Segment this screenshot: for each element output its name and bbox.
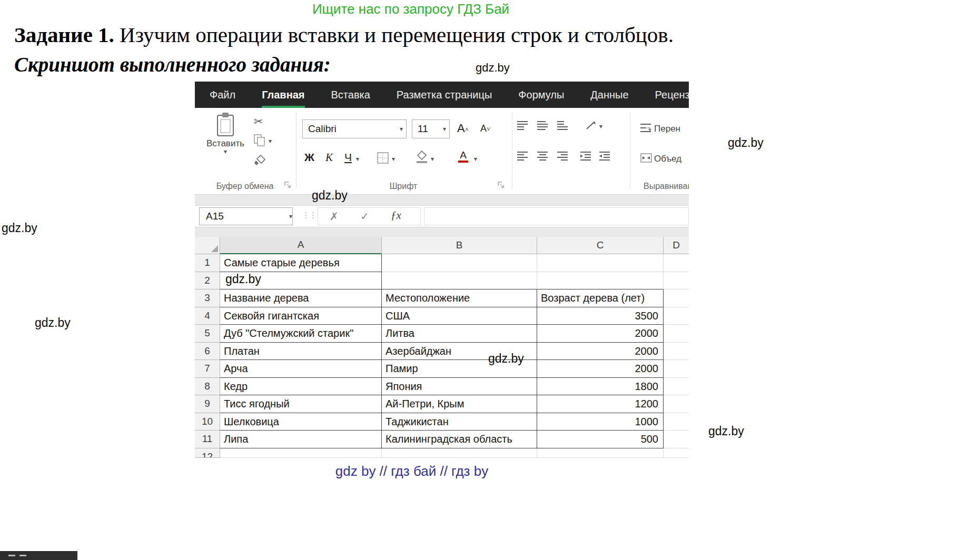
column-header-b[interactable]: B xyxy=(382,237,537,254)
insert-function-icon[interactable]: ƒx xyxy=(391,209,401,222)
cell-d2[interactable] xyxy=(664,272,689,290)
cell-d1[interactable] xyxy=(664,254,689,272)
merge-center-label[interactable]: Объед xyxy=(654,154,681,164)
bold-button[interactable]: Ж xyxy=(304,151,314,164)
font-color-button[interactable]: А xyxy=(458,150,468,163)
cell-a3[interactable]: Название дерева xyxy=(220,289,382,307)
cell-b4[interactable]: США xyxy=(382,307,537,325)
column-header-a[interactable]: A xyxy=(220,237,382,254)
shrink-font-button[interactable]: А˅ xyxy=(480,123,490,134)
cell-c6[interactable]: 2000 xyxy=(537,343,664,361)
row-header[interactable]: 3 xyxy=(195,289,220,307)
cell-c10[interactable]: 1000 xyxy=(537,413,664,431)
cell-b10[interactable]: Таджикистан xyxy=(382,413,537,431)
row-header[interactable]: 9 xyxy=(195,395,220,413)
align-middle-button[interactable] xyxy=(537,121,550,131)
row-header[interactable]: 6 xyxy=(195,343,220,361)
cell-c3[interactable]: Возраст дерева (лет) xyxy=(537,289,664,307)
cell-a5[interactable]: Дуб "Стелмужский старик" xyxy=(220,325,382,343)
format-painter-button[interactable] xyxy=(254,154,266,167)
row-header[interactable]: 11 xyxy=(195,431,220,448)
borders-dropdown-icon[interactable]: ▾ xyxy=(392,156,395,162)
cancel-icon[interactable]: ✗ xyxy=(330,210,339,223)
formula-input[interactable] xyxy=(424,207,689,225)
cell-a12[interactable] xyxy=(220,448,382,458)
cell-b11[interactable]: Калининградская область xyxy=(382,431,537,448)
cell-c1[interactable] xyxy=(537,254,664,272)
cell-c11[interactable]: 500 xyxy=(537,431,664,448)
fill-color-dropdown-icon[interactable]: ▾ xyxy=(431,156,434,162)
cell-d3[interactable] xyxy=(664,289,689,307)
tab-home[interactable]: Главная xyxy=(262,82,304,108)
row-header[interactable]: 7 xyxy=(195,360,220,378)
cell-b9[interactable]: Ай-Петри, Крым xyxy=(382,395,537,413)
cell-b1[interactable] xyxy=(382,254,537,272)
cell-d4[interactable] xyxy=(664,307,689,325)
align-left-button[interactable] xyxy=(517,151,530,162)
decrease-indent-button[interactable] xyxy=(580,151,593,162)
align-bottom-button[interactable] xyxy=(557,121,570,131)
underline-dropdown-icon[interactable]: ▾ xyxy=(356,156,359,162)
cell-c8[interactable]: 1800 xyxy=(537,378,664,396)
cell-d8[interactable] xyxy=(664,378,689,396)
cell-c2[interactable] xyxy=(537,272,664,290)
column-header-d[interactable]: D xyxy=(664,237,689,254)
cell-c12[interactable] xyxy=(537,448,664,458)
font-dialog-launcher-icon[interactable] xyxy=(498,182,505,188)
cell-b2[interactable] xyxy=(382,272,537,290)
merge-center-button[interactable] xyxy=(640,153,652,163)
copy-dropdown-icon[interactable]: ▾ xyxy=(269,138,272,144)
cell-c7[interactable]: 2000 xyxy=(537,360,664,378)
row-header[interactable]: 12 xyxy=(195,448,220,458)
italic-button[interactable]: К xyxy=(325,151,333,164)
cell-a7[interactable]: Арча xyxy=(220,360,382,378)
cell-d5[interactable] xyxy=(664,325,689,343)
paste-button[interactable]: Вставить ▾ xyxy=(204,112,246,179)
fill-color-button[interactable] xyxy=(416,150,428,164)
cell-b5[interactable]: Литва xyxy=(382,325,537,343)
cell-a9[interactable]: Тисс ягодный xyxy=(220,395,382,413)
orientation-dropdown-icon[interactable]: ▾ xyxy=(599,124,602,129)
copy-button[interactable] xyxy=(254,134,265,147)
enter-icon[interactable]: ✓ xyxy=(360,210,369,223)
row-header[interactable]: 5 xyxy=(195,325,220,343)
row-header[interactable]: 4 xyxy=(195,307,220,325)
cell-d9[interactable] xyxy=(664,395,689,413)
borders-button[interactable] xyxy=(377,152,389,164)
increase-indent-button[interactable] xyxy=(599,151,612,162)
tab-formulas[interactable]: Формулы xyxy=(518,82,564,108)
cell-a1[interactable]: Самые старые деревья xyxy=(220,254,382,272)
name-box[interactable]: A15 ▾ xyxy=(199,207,293,225)
align-center-button[interactable] xyxy=(537,151,550,162)
cell-d12[interactable] xyxy=(664,448,689,458)
cell-b12[interactable] xyxy=(382,448,537,458)
grow-font-button[interactable]: А˄ xyxy=(457,122,469,135)
cell-b8[interactable]: Япония xyxy=(382,378,537,396)
row-header[interactable]: 10 xyxy=(195,413,220,431)
cell-c5[interactable]: 2000 xyxy=(537,325,664,343)
cell-a10[interactable]: Шелковица xyxy=(220,413,382,431)
cell-a6[interactable]: Платан xyxy=(220,343,382,361)
cell-a4[interactable]: Секвойя гигантская xyxy=(220,307,382,325)
cell-c9[interactable]: 1200 xyxy=(537,395,664,413)
cell-d6[interactable] xyxy=(664,343,689,361)
row-header[interactable]: 2 xyxy=(195,272,220,290)
tab-insert[interactable]: Вставка xyxy=(331,82,370,108)
select-all-corner[interactable] xyxy=(195,237,220,254)
cell-b3[interactable]: Местоположение xyxy=(382,289,537,307)
row-header[interactable]: 8 xyxy=(195,378,220,396)
tab-data[interactable]: Данные xyxy=(590,82,628,108)
font-name-combo[interactable]: Calibri ▾ xyxy=(302,119,407,138)
wrap-text-label[interactable]: Перен xyxy=(654,124,680,134)
cut-button[interactable]: ✂ xyxy=(254,115,263,128)
cell-d7[interactable] xyxy=(664,360,689,378)
font-color-dropdown-icon[interactable]: ▾ xyxy=(474,156,477,162)
tab-page-layout[interactable]: Разметка страницы xyxy=(397,82,492,108)
cell-d10[interactable] xyxy=(664,413,689,431)
align-top-button[interactable] xyxy=(517,121,530,131)
underline-button[interactable]: Ч xyxy=(344,151,352,164)
clipboard-dialog-launcher-icon[interactable] xyxy=(284,182,291,188)
font-size-combo[interactable]: 11 ▾ xyxy=(412,119,450,138)
column-header-c[interactable]: C xyxy=(537,237,664,254)
orientation-button[interactable] xyxy=(585,119,597,131)
